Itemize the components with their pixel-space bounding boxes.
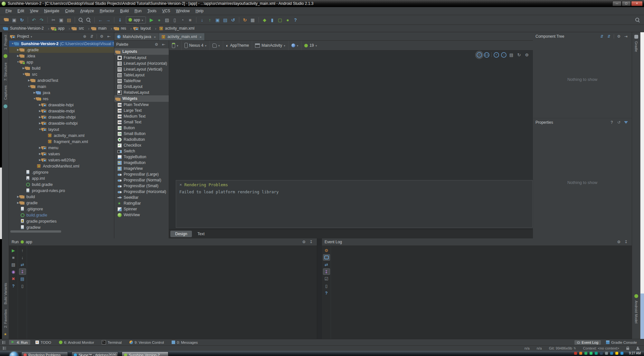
tray-icon[interactable] (579, 352, 582, 355)
menu-item[interactable]: Build (117, 8, 132, 14)
theme-dropdown[interactable]: AppTheme (223, 41, 252, 50)
tree-item[interactable]: res (9, 96, 114, 102)
palette-item[interactable]: ImageView (114, 166, 169, 171)
toolbar-icon[interactable] (3, 16, 10, 24)
event-log-action-icon[interactable]: ☑ (323, 276, 330, 282)
zoom-control-icon[interactable]: 1:1 (484, 52, 489, 58)
design-mode-tab[interactable]: Design (170, 231, 192, 237)
panel-header-icon[interactable]: ⇵ (599, 34, 605, 39)
console-option-icon[interactable]: ↑ (19, 247, 26, 253)
event-log-action-icon[interactable]: ▯ (323, 283, 330, 289)
palette-item[interactable]: Switch (114, 148, 169, 154)
palette-item[interactable]: FrameLayout (114, 55, 169, 61)
menu-item[interactable]: File (3, 8, 14, 14)
close-icon[interactable]: ✕ (179, 183, 182, 187)
run-action-icon[interactable]: ◉ (10, 269, 17, 274)
console-option-icon[interactable]: ⇄ (19, 262, 26, 267)
tree-item[interactable]: .gitignore (9, 169, 114, 175)
tray-icon[interactable] (620, 352, 623, 355)
inspections-hector-icon[interactable] (636, 347, 639, 350)
tree-arrow-icon[interactable] (38, 152, 42, 155)
tree-item[interactable]: java (9, 90, 114, 96)
breadcrumb-item[interactable]: Sunshine-Version-2 (4, 26, 52, 31)
menu-item[interactable]: Navigate (41, 8, 62, 14)
device-config-dropdown[interactable] (169, 41, 182, 50)
breadcrumb-item[interactable]: layout (134, 26, 159, 31)
tree-item[interactable]: gradle.properties (9, 218, 114, 224)
panel-header-icon[interactable]: ⇵ (606, 34, 612, 39)
panel-header-icon[interactable]: ⚙ (301, 239, 307, 245)
gear-icon[interactable] (153, 42, 160, 47)
close-icon[interactable] (153, 34, 156, 39)
sidebar-item-gradle[interactable]: Gradle (634, 41, 638, 52)
toolwindow-toggle-icon[interactable] (2, 341, 6, 344)
background-window-scrollbar[interactable] (640, 32, 644, 351)
toolbar-icon[interactable]: ↓ (198, 16, 206, 24)
tree-arrow-icon[interactable] (38, 146, 42, 149)
tree-arrow-icon[interactable] (16, 61, 20, 63)
palette-item[interactable]: ToggleButton (114, 154, 169, 160)
chevron-down-icon[interactable] (31, 34, 32, 39)
palette-item[interactable]: ImageButton (114, 160, 169, 166)
panel-header-icon[interactable]: ⇵ (89, 34, 95, 39)
toolbar-icon[interactable]: ▨ (163, 16, 171, 24)
palette-item[interactable]: CheckBox (114, 142, 169, 148)
toolwindow-button[interactable]: TODO (33, 340, 54, 345)
toolbar-icon[interactable]: ↺ (229, 16, 237, 24)
breadcrumb-item[interactable]: app (52, 26, 72, 31)
panel-header-icon[interactable]: ⚙ (99, 34, 105, 39)
toolbar-icon[interactable] (75, 17, 75, 23)
panel-splitter[interactable] (317, 238, 322, 339)
tree-item[interactable]: drawable-xxhdpi (9, 120, 114, 126)
palette-section-layouts[interactable]: Layouts (114, 48, 169, 55)
tree-arrow-icon[interactable] (38, 128, 42, 131)
api-level-dropdown[interactable]: 19 (301, 41, 320, 50)
breadcrumb-item[interactable]: activity_main.xml (159, 26, 194, 31)
tree-arrow-icon[interactable] (38, 110, 42, 112)
close-icon[interactable] (199, 34, 202, 39)
event-log-action-icon[interactable]: ⇄ (323, 262, 330, 267)
tree-item[interactable]: values-w820dp (9, 157, 114, 163)
editor-tab[interactable]: MainActivity.java (114, 33, 159, 40)
palette-item[interactable]: RelativeLayout (114, 90, 169, 95)
tree-item[interactable]: src (9, 71, 114, 77)
palette-item[interactable]: TableRow (114, 78, 169, 84)
toolbar-icon[interactable]: ▶ (148, 16, 156, 24)
tree-arrow-icon[interactable] (32, 97, 37, 100)
tray-icon[interactable] (600, 352, 603, 355)
tree-arrow-icon[interactable] (32, 91, 37, 94)
tree-arrow-icon[interactable] (38, 159, 42, 161)
horizontal-scrollbar[interactable] (10, 230, 61, 233)
palette-item[interactable]: ProgressBar (Normal) (114, 177, 169, 183)
panel-header-icon[interactable]: ↧ (623, 239, 629, 245)
breadcrumb-item[interactable]: res (115, 26, 134, 31)
design-canvas[interactable]: ▫1:1+−▤↻⚙ ✕ Rendering Problems Failed to… (169, 51, 533, 229)
palette-item[interactable]: Button (114, 125, 169, 131)
palette-item[interactable]: RatingBar (114, 200, 169, 206)
context-label[interactable]: Context: <no context> (583, 346, 619, 350)
panel-header-icon[interactable]: ⚙ (616, 239, 622, 245)
menu-item[interactable]: Help (193, 8, 206, 14)
toolbar-icon[interactable] (28, 17, 28, 23)
zoom-control-icon[interactable]: ▤ (508, 52, 514, 58)
tree-item[interactable]: build (9, 65, 114, 71)
toolbar-icon[interactable]: ↻ (18, 16, 26, 24)
palette-item[interactable]: ProgressBar (Small) (114, 183, 169, 189)
sidebar-item-captures[interactable]: Captures (4, 85, 7, 100)
toolbar-icon[interactable]: ← (97, 16, 104, 24)
toolbar-icon[interactable] (47, 17, 48, 23)
toolbar-icon[interactable]: ▤ (65, 16, 73, 24)
toolbar-icon[interactable] (77, 16, 85, 24)
toolbar-icon[interactable]: ? (292, 16, 299, 24)
lock-icon[interactable] (626, 348, 629, 350)
reset-icon[interactable]: ↺ (616, 120, 622, 125)
menu-item[interactable]: Code (62, 8, 77, 14)
event-log-action-icon[interactable]: ? (323, 290, 330, 296)
toolwindow-button[interactable]: 9: Version Control (127, 340, 166, 345)
tree-item[interactable]: app.iml (9, 175, 114, 181)
palette-item[interactable]: WebView (114, 212, 169, 218)
menu-item[interactable]: Edit (14, 8, 27, 14)
tree-item[interactable]: build.gradle (9, 181, 114, 188)
tree-item[interactable]: activity_main.xml (9, 132, 114, 139)
zoom-control-icon[interactable]: − (501, 52, 507, 58)
